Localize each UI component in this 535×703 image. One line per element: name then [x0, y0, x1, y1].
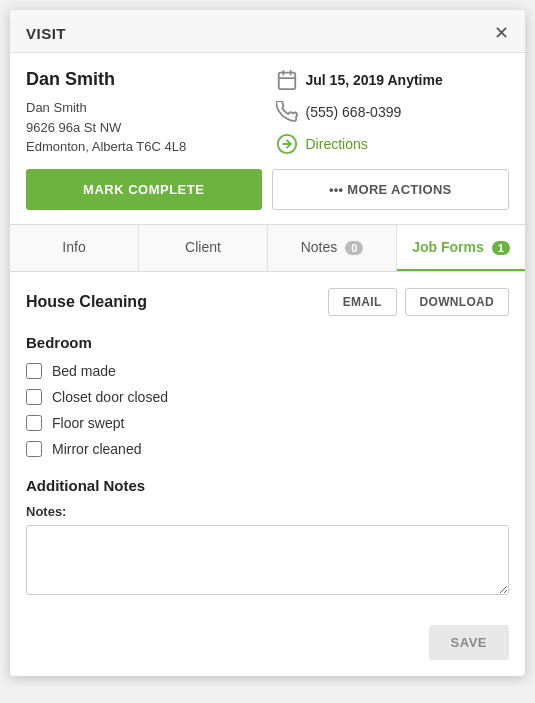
- floor-swept-checkbox[interactable]: [26, 415, 42, 431]
- directions-icon: [276, 133, 298, 155]
- checklist-item[interactable]: Floor swept: [26, 415, 509, 431]
- mark-complete-button[interactable]: MARK COMPLETE: [26, 169, 262, 210]
- tab-job-forms[interactable]: Job Forms 1: [397, 225, 525, 271]
- download-button[interactable]: DOWNLOAD: [405, 288, 509, 316]
- customer-info-right: Jul 15, 2019 Anytime (555) 668-0399: [276, 69, 510, 157]
- tab-notes[interactable]: Notes 0: [268, 225, 397, 271]
- floor-swept-label: Floor swept: [52, 415, 124, 431]
- bed-made-checkbox[interactable]: [26, 363, 42, 379]
- visit-info-section: Dan Smith Dan Smith 9626 96a St NW Edmon…: [10, 53, 525, 169]
- address-line1: Dan Smith: [26, 98, 260, 118]
- date-row: Jul 15, 2019 Anytime: [276, 69, 510, 91]
- notes-badge: 0: [345, 241, 363, 255]
- address-line2: 9626 96a St NW: [26, 118, 260, 138]
- job-forms-badge: 1: [492, 241, 510, 255]
- customer-name: Dan Smith: [26, 69, 260, 90]
- form-title-row: House Cleaning EMAIL DOWNLOAD: [26, 288, 509, 316]
- tab-client[interactable]: Client: [139, 225, 268, 271]
- customer-info-left: Dan Smith Dan Smith 9626 96a St NW Edmon…: [26, 69, 260, 157]
- mirror-cleaned-checkbox[interactable]: [26, 441, 42, 457]
- bedroom-checklist: Bed made Closet door closed Floor swept …: [26, 363, 509, 457]
- save-button[interactable]: SAVE: [429, 625, 509, 660]
- tabs-bar: Info Client Notes 0 Job Forms 1: [10, 224, 525, 272]
- save-row: SAVE: [10, 615, 525, 676]
- content-area: House Cleaning EMAIL DOWNLOAD Bedroom Be…: [10, 272, 525, 615]
- modal-title: VISIT: [26, 25, 66, 42]
- directions-link[interactable]: Directions: [306, 136, 368, 152]
- tab-info[interactable]: Info: [10, 225, 139, 271]
- visit-date: Jul 15, 2019 Anytime: [306, 72, 443, 88]
- tab-job-forms-label: Job Forms: [412, 239, 484, 255]
- visit-modal: VISIT ✕ Dan Smith Dan Smith 9626 96a St …: [10, 10, 525, 676]
- directions-row: Directions: [276, 133, 510, 155]
- checklist-item[interactable]: Closet door closed: [26, 389, 509, 405]
- tab-info-label: Info: [62, 239, 85, 255]
- phone-icon: [276, 101, 298, 123]
- calendar-icon: [276, 69, 298, 91]
- close-button[interactable]: ✕: [494, 24, 509, 42]
- closet-door-label: Closet door closed: [52, 389, 168, 405]
- notes-label: Notes:: [26, 504, 509, 519]
- tab-notes-label: Notes: [301, 239, 338, 255]
- svg-rect-0: [278, 73, 295, 90]
- phone-row: (555) 668-0399: [276, 101, 510, 123]
- additional-notes-title: Additional Notes: [26, 477, 509, 494]
- phone-number: (555) 668-0399: [306, 104, 402, 120]
- closet-door-checkbox[interactable]: [26, 389, 42, 405]
- mirror-cleaned-label: Mirror cleaned: [52, 441, 141, 457]
- bedroom-section-title: Bedroom: [26, 334, 509, 351]
- form-actions: EMAIL DOWNLOAD: [328, 288, 509, 316]
- email-button[interactable]: EMAIL: [328, 288, 397, 316]
- bed-made-label: Bed made: [52, 363, 116, 379]
- form-title: House Cleaning: [26, 293, 147, 311]
- checklist-item[interactable]: Bed made: [26, 363, 509, 379]
- address-line3: Edmonton, Alberta T6C 4L8: [26, 137, 260, 157]
- notes-textarea[interactable]: [26, 525, 509, 595]
- action-bar: MARK COMPLETE ••• MORE ACTIONS: [10, 169, 525, 224]
- tab-client-label: Client: [185, 239, 221, 255]
- checklist-item[interactable]: Mirror cleaned: [26, 441, 509, 457]
- more-actions-button[interactable]: ••• MORE ACTIONS: [272, 169, 510, 210]
- modal-header: VISIT ✕: [10, 10, 525, 53]
